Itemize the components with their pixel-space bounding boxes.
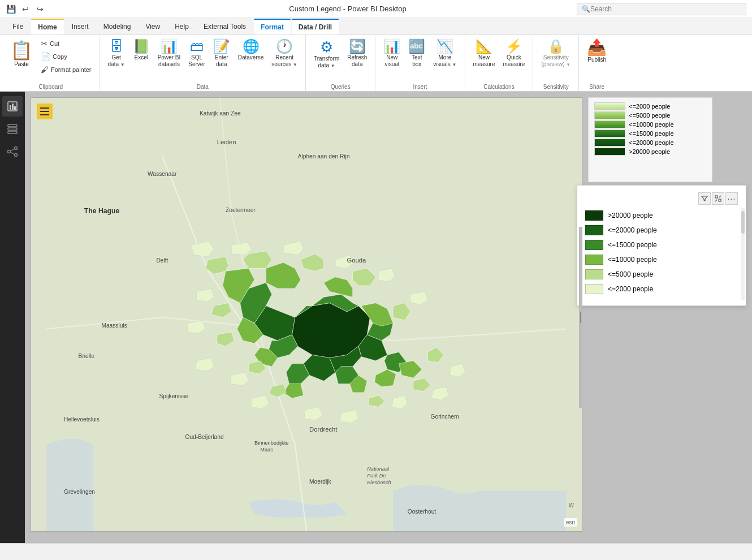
power-bi-datasets-button[interactable]: 📊 Power BIdatasets — [154, 37, 184, 78]
excel-label: Excel — [134, 54, 148, 61]
legend-expand-button[interactable] — [712, 192, 724, 205]
new-measure-label: Newmeasure — [473, 54, 495, 68]
resize-handle[interactable] — [579, 227, 582, 407]
transform-data-label: Transformdata ▼ — [314, 55, 339, 69]
legend-bottom: ··· >20000 people <=20000 people <=15000… — [577, 185, 746, 306]
ribbon-group-queries: ⚙ Transformdata ▼ 🔄 Refreshdata Queries — [306, 35, 375, 91]
more-visuals-label: Morevisuals ▼ — [433, 54, 456, 68]
redo-icon[interactable]: ↪ — [35, 4, 45, 14]
transform-data-button[interactable]: ⚙ Transformdata ▼ — [310, 37, 343, 78]
svg-text:Wassenaar: Wassenaar — [148, 171, 177, 177]
legend-label-1: <=2000 people — [629, 103, 670, 110]
publish-icon: 📤 — [587, 40, 607, 55]
quick-measure-button[interactable]: ⚡ Quickmeasure — [499, 37, 528, 78]
map-container[interactable]: Katwijk aan Zee Leiden Wassenaar Alphen … — [31, 97, 582, 532]
scrollbar-thumb[interactable] — [741, 211, 745, 234]
menu-view[interactable]: View — [139, 19, 167, 35]
search-bar[interactable]: 🔍 — [577, 3, 746, 15]
refresh-data-button[interactable]: 🔄 Refreshdata — [344, 37, 370, 78]
new-visual-button[interactable]: 📊 Newvisual — [380, 37, 404, 78]
menu-format[interactable]: Format — [254, 19, 291, 35]
menu-external-tools[interactable]: External Tools — [197, 19, 253, 35]
cut-icon: ✂ — [41, 39, 47, 48]
menu-file[interactable]: File — [6, 19, 30, 35]
svg-text:Maas: Maas — [260, 447, 273, 453]
legend-bottom-item-2: <=20000 people — [585, 225, 738, 235]
menu-data-drill[interactable]: Data / Drill — [292, 19, 339, 35]
sensitivity-row: 🔒 Sensitivity(preview) ▼ — [538, 37, 574, 81]
new-visual-label: Newvisual — [384, 54, 399, 68]
text-box-button[interactable]: 🔤 Textbox — [405, 37, 429, 78]
get-data-icon: 🗄 — [110, 40, 123, 53]
legend-bottom-item-5: <=5000 people — [585, 269, 738, 279]
legend-top-item-4: <=15000 people — [594, 130, 706, 137]
hamburger-button[interactable] — [37, 104, 53, 119]
app-title: Custom Legend - Power BI Desktop — [119, 5, 577, 13]
undo-icon[interactable]: ↩ — [20, 4, 31, 14]
legend-bottom-item-3: <=15000 people — [585, 240, 738, 250]
recent-sources-button[interactable]: 🕐 Recentsources ▼ — [268, 37, 301, 78]
format-painter-label: Format painter — [51, 66, 92, 73]
sensitivity-button[interactable]: 🔒 Sensitivity(preview) ▼ — [538, 37, 574, 78]
copy-label: Copy — [53, 53, 67, 60]
new-measure-button[interactable]: 📐 Newmeasure — [470, 37, 499, 78]
search-input[interactable] — [590, 5, 741, 13]
hamburger-line-1 — [40, 107, 49, 109]
sidebar-data-icon[interactable] — [2, 119, 23, 139]
hamburger-line-2 — [40, 111, 49, 112]
sidebar-model-icon[interactable] — [2, 141, 23, 162]
legend-bottom-label-5: <=5000 people — [608, 270, 653, 278]
svg-text:Oosterhout: Oosterhout — [408, 509, 436, 515]
scrollbar-track — [741, 208, 745, 300]
cut-label: Cut — [50, 40, 59, 47]
svg-rect-4 — [8, 124, 17, 127]
map-background: Katwijk aan Zee Leiden Wassenaar Alphen … — [31, 98, 582, 531]
sql-server-button[interactable]: 🗃 SQLServer — [185, 37, 208, 78]
save-icon[interactable]: 💾 — [6, 4, 16, 14]
format-painter-button[interactable]: 🖌 Format painter — [37, 63, 95, 76]
publish-button[interactable]: 📤 Publish — [584, 37, 610, 78]
svg-text:Dordrecht: Dordrecht — [309, 426, 338, 433]
svg-text:Zoetermeer: Zoetermeer — [226, 207, 256, 213]
dataverse-button[interactable]: 🌐 Dataverse — [235, 37, 267, 78]
cut-button[interactable]: ✂ Cut — [37, 37, 95, 50]
copy-button[interactable]: 📄 Copy — [37, 50, 95, 63]
svg-line-10 — [11, 149, 15, 151]
legend-bottom-item-6: <=2000 people — [585, 284, 738, 294]
legend-more-button[interactable]: ··· — [725, 192, 738, 205]
title-bar: 💾 ↩ ↪ Custom Legend - Power BI Desktop 🔍 — [0, 0, 752, 18]
esri-logo: esri — [564, 518, 577, 527]
legend-filter-button[interactable] — [698, 192, 711, 205]
legend-color-4 — [594, 130, 625, 137]
get-data-button[interactable]: 🗄 Getdata ▼ — [105, 37, 128, 78]
canvas: Katwijk aan Zee Leiden Wassenaar Alphen … — [25, 92, 752, 543]
text-box-icon: 🔤 — [408, 40, 425, 53]
expand-icon — [715, 195, 721, 202]
menu-help[interactable]: Help — [168, 19, 196, 35]
svg-rect-5 — [8, 128, 17, 130]
more-visuals-button[interactable]: 📉 Morevisuals ▼ — [430, 37, 460, 78]
main-area: Katwijk aan Zee Leiden Wassenaar Alphen … — [0, 92, 752, 543]
menu-bar: File Home Insert Modeling View Help Exte… — [0, 18, 752, 35]
left-sidebar — [0, 92, 25, 543]
quick-measure-label: Quickmeasure — [503, 54, 525, 68]
legend-label-3: <=10000 people — [629, 121, 674, 128]
legend-top-item-3: <=10000 people — [594, 120, 706, 128]
refresh-icon: 🔄 — [349, 40, 366, 53]
new-visual-icon: 📊 — [383, 40, 400, 53]
transform-icon: ⚙ — [320, 40, 333, 54]
svg-text:Hellevoetsluis: Hellevoetsluis — [64, 416, 100, 423]
excel-button[interactable]: 📗 Excel — [129, 37, 153, 78]
more-visuals-icon: 📉 — [436, 40, 453, 53]
paste-button[interactable]: 📋 Paste — [7, 37, 36, 70]
right-panel: <=2000 people <=5000 people <=10000 peop… — [582, 97, 746, 532]
enter-data-button[interactable]: 📝 Enterdata — [210, 37, 234, 78]
sidebar-report-icon[interactable] — [2, 96, 23, 117]
quick-measure-icon: ⚡ — [505, 40, 522, 53]
menu-home[interactable]: Home — [31, 19, 63, 35]
titlebar-left: 💾 ↩ ↪ — [6, 4, 119, 14]
svg-point-9 — [15, 154, 18, 157]
menu-modeling[interactable]: Modeling — [97, 19, 138, 35]
status-bar — [0, 543, 752, 560]
menu-insert[interactable]: Insert — [65, 19, 96, 35]
